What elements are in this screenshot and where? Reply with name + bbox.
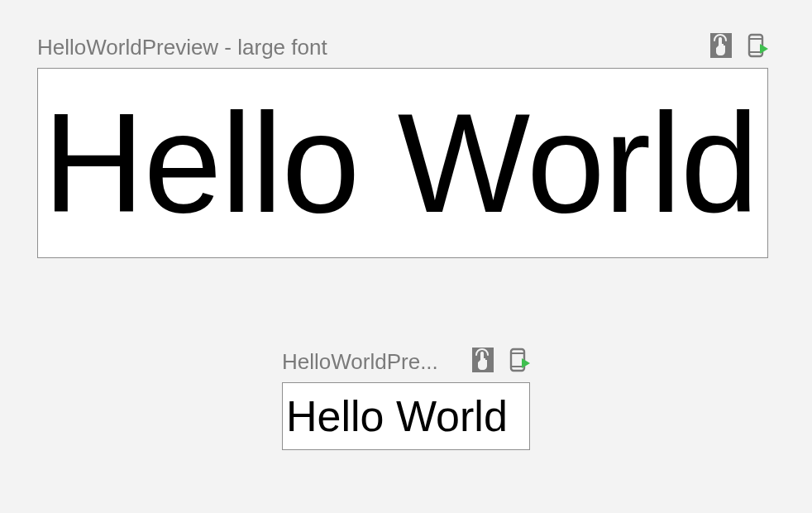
- preview-canvas-small[interactable]: Hello World: [282, 382, 530, 450]
- preview-content-text: Hello World: [286, 391, 508, 441]
- interactive-mode-icon[interactable]: [472, 348, 494, 376]
- preview-canvas-large[interactable]: Hello World: [37, 68, 768, 258]
- preview-actions: [710, 33, 768, 61]
- preview-actions: [472, 348, 530, 376]
- interactive-mode-icon[interactable]: [710, 33, 732, 61]
- preview-title: HelloWorldPre...: [282, 349, 438, 375]
- preview-title: HelloWorldPreview - large font: [37, 35, 327, 60]
- preview-content-text: Hello World: [43, 93, 757, 233]
- deploy-to-device-icon[interactable]: [509, 348, 530, 376]
- preview-header: HelloWorldPreview - large font: [37, 33, 768, 61]
- deploy-to-device-icon[interactable]: [747, 33, 768, 61]
- preview-large-font: HelloWorldPreview - large font: [37, 33, 775, 258]
- preview-header: HelloWorldPre...: [282, 348, 530, 376]
- preview-default: HelloWorldPre... Hello World: [37, 348, 775, 450]
